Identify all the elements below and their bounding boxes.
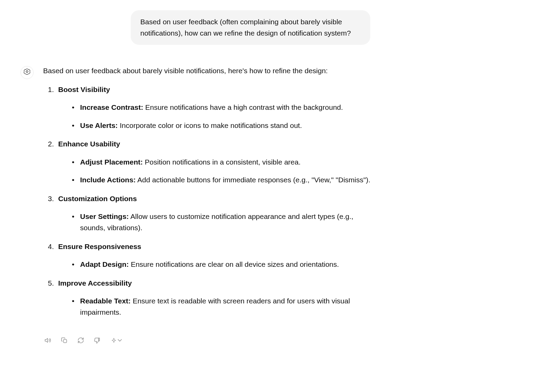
assistant-avatar: [21, 66, 34, 79]
section-item: Boost VisibilityIncrease Contrast: Ensur…: [48, 84, 372, 131]
bullet-label: Adjust Placement:: [80, 158, 143, 166]
bullet-text: Ensure notifications are clear on all de…: [129, 260, 339, 268]
bullet-item: Adjust Placement: Position notifications…: [72, 157, 372, 168]
section-item: Ensure ResponsivenessAdapt Design: Ensur…: [48, 241, 372, 270]
bullet-list: Increase Contrast: Ensure notifications …: [58, 102, 372, 131]
section-item: Customization OptionsUser Settings: Allo…: [48, 193, 372, 234]
bullet-text: Add actionable buttons for immediate res…: [136, 176, 370, 184]
sections-list: Boost VisibilityIncrease Contrast: Ensur…: [43, 84, 372, 318]
bullet-list: Adapt Design: Ensure notifications are c…: [58, 259, 372, 270]
bad-response-button[interactable]: [92, 336, 102, 346]
bullet-label: Include Actions:: [80, 176, 136, 184]
section-title: Boost Visibility: [58, 86, 110, 93]
copy-icon: [61, 337, 68, 345]
svg-marker-0: [45, 338, 48, 342]
section-title: Enhance Usability: [58, 140, 120, 148]
copy-button[interactable]: [60, 336, 69, 346]
section-title: Ensure Responsiveness: [58, 243, 141, 250]
bullet-label: Use Alerts:: [80, 121, 118, 129]
refresh-icon: [77, 337, 84, 345]
bullet-list: Readable Text: Ensure text is readable w…: [58, 296, 372, 318]
thumbs-down-icon: [94, 337, 101, 345]
bullet-item: Include Actions: Add actionable buttons …: [72, 174, 372, 186]
user-message-text: Based on user feedback (often complainin…: [140, 18, 351, 37]
regenerate-button[interactable]: [76, 336, 86, 346]
speaker-icon: [44, 337, 51, 345]
bullet-label: Adapt Design:: [80, 260, 129, 268]
bullet-item: Use Alerts: Incorporate color or icons t…: [72, 120, 372, 131]
section-title: Improve Accessibility: [58, 279, 132, 287]
user-message-bubble: Based on user feedback (often complainin…: [131, 10, 370, 45]
assistant-content: Based on user feedback about barely visi…: [43, 65, 372, 325]
svg-rect-1: [64, 340, 67, 343]
bullet-item: Readable Text: Ensure text is readable w…: [72, 296, 372, 318]
bullet-text: Incorporate color or icons to make notif…: [118, 121, 302, 129]
model-switch-button[interactable]: [109, 336, 125, 346]
assistant-row: Based on user feedback about barely visi…: [21, 65, 517, 325]
user-message-row: Based on user feedback (often complainin…: [21, 10, 517, 45]
bullet-list: User Settings: Allow users to customize …: [58, 211, 372, 233]
section-item: Improve AccessibilityReadable Text: Ensu…: [48, 278, 372, 318]
bullet-item: Adapt Design: Ensure notifications are c…: [72, 259, 372, 270]
bullet-label: User Settings:: [80, 212, 129, 220]
section-item: Enhance UsabilityAdjust Placement: Posit…: [48, 139, 372, 186]
read-aloud-button[interactable]: [43, 336, 53, 346]
message-actions: [21, 336, 517, 346]
bullet-list: Adjust Placement: Position notifications…: [58, 157, 372, 186]
bullet-label: Increase Contrast:: [80, 103, 143, 111]
bullet-text: Ensure notifications have a high contras…: [143, 103, 343, 111]
openai-logo-icon: [23, 68, 31, 77]
bullet-item: User Settings: Allow users to customize …: [72, 211, 372, 233]
bullet-label: Readable Text:: [80, 297, 131, 305]
bullet-item: Increase Contrast: Ensure notifications …: [72, 102, 372, 113]
section-title: Customization Options: [58, 195, 137, 202]
sparkle-icon: [110, 337, 117, 345]
chevron-down-icon: [117, 337, 123, 345]
bullet-text: Position notifications in a consistent, …: [143, 158, 300, 166]
assistant-intro: Based on user feedback about barely visi…: [43, 65, 372, 77]
